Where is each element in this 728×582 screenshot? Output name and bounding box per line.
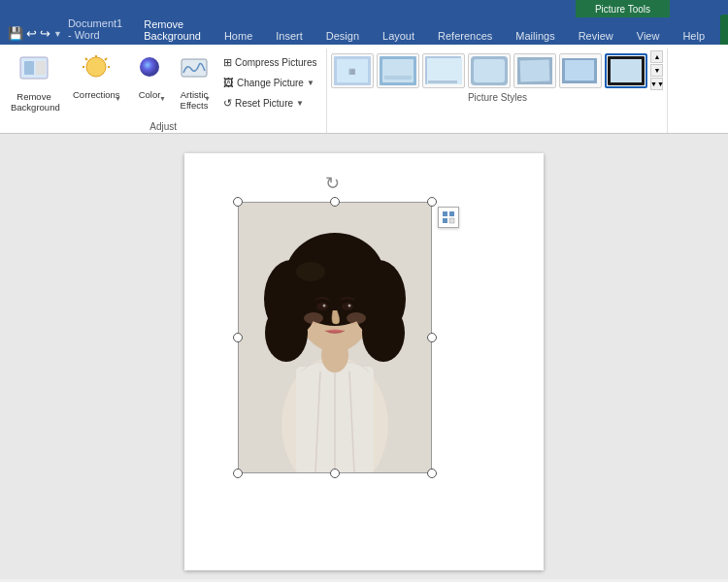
change-icon: 🖼 [223,77,234,88]
svg-point-9 [140,57,159,77]
scroll-up-button[interactable]: ▲ [650,50,663,63]
svg-rect-16 [384,76,412,80]
document-canvas: ↻ [0,134,728,579]
handle-bottom-center[interactable] [330,469,340,478]
svg-point-3 [86,57,106,77]
svg-rect-18 [427,58,462,84]
tab-references[interactable]: References [426,26,504,45]
color-arrow: ▼ [159,95,166,102]
svg-rect-25 [565,60,594,81]
handle-top-center[interactable] [330,197,340,207]
remove-bg-icon [18,55,50,89]
redo-icon[interactable]: ↪ [40,26,50,41]
artistic-effects-icon [180,55,209,87]
tab-home[interactable]: Home [213,26,264,45]
style-thumb-2[interactable] [377,53,419,88]
document-area: ↻ [0,134,728,579]
style-thumb-3[interactable] [422,53,465,88]
color-icon [135,55,164,87]
tab-help[interactable]: Help [671,26,716,45]
svg-rect-2 [36,61,46,75]
change-label: Change Picture [237,78,304,88]
svg-rect-49 [443,211,447,216]
style-thumb-7[interactable] [605,53,647,88]
svg-text:▦: ▦ [348,67,356,76]
tab-insert[interactable]: Insert [264,26,314,45]
document-title: Document1 - Word [68,17,122,45]
change-arrow: ▼ [307,79,314,87]
handle-top-left[interactable] [233,197,243,207]
compress-label: Compress Pictures [235,57,316,68]
tab-mailings[interactable]: Mailings [504,26,566,45]
compress-pictures-button[interactable]: ⊞ Compress Pictures [217,52,322,72]
tab-review[interactable]: Review [567,26,625,45]
document-page: ↻ [184,153,544,570]
tab-file[interactable]: Remove Background [132,15,213,45]
style-thumb-1[interactable]: ▦ [331,53,374,88]
tab-design[interactable]: Design [314,26,371,45]
corrections-icon [82,55,111,87]
svg-rect-19 [428,81,457,83]
svg-rect-52 [449,218,454,223]
reset-label: Reset Picture [235,98,293,109]
picture-styles-label: Picture Styles [331,90,663,106]
handle-middle-left[interactable] [233,333,243,342]
undo-icon[interactable]: ↩ [26,26,37,41]
dropdown-icon[interactable]: ▼ [53,29,62,39]
tab-view[interactable]: View [625,26,672,45]
styles-scrollbar: ▲ ▼ ▼▼ [650,50,663,90]
image-selection-border [238,202,432,473]
svg-rect-21 [474,59,505,82]
small-buttons-column: ⊞ Compress Pictures 🖼 Change Picture ▼ ↺… [217,50,322,113]
artistic-arrow: ▼ [204,95,211,102]
handle-middle-right[interactable] [427,333,437,342]
ribbon: RemoveBackground Corrections ▼ [0,45,728,134]
picture-styles-group: ▦ ▲ ▼ ▼▼ [327,48,668,133]
artistic-effects-button[interactable]: ArtisticEffects ▼ [173,50,215,116]
remove-bg-label: RemoveBackground [11,91,57,113]
svg-line-8 [85,58,87,60]
reset-arrow: ▼ [296,99,304,108]
color-button[interactable]: Color ▼ [128,50,171,116]
tab-layout[interactable]: Layout [371,26,426,45]
reset-icon: ↺ [223,97,232,110]
svg-rect-51 [443,218,447,223]
remove-background-button[interactable]: RemoveBackground [4,50,64,116]
adjust-group-label: Adjust [4,118,322,135]
corrections-label: Corrections [73,89,119,100]
handle-top-right[interactable] [427,197,437,207]
style-thumb-6[interactable] [559,53,602,88]
corrections-button[interactable]: Corrections ▼ [66,50,126,116]
adjust-group: RemoveBackground Corrections ▼ [0,48,327,133]
svg-line-5 [105,58,107,60]
tab-picture-format[interactable]: Picture Format [720,15,728,45]
rotate-handle[interactable]: ↻ [325,173,340,194]
change-picture-button[interactable]: 🖼 Change Picture ▼ [217,73,322,92]
scroll-more-button[interactable]: ▼▼ [650,78,663,90]
image-container[interactable]: ↻ [238,202,432,473]
compress-icon: ⊞ [223,56,232,69]
layout-options-button[interactable] [438,207,459,228]
handle-bottom-right[interactable] [427,469,437,478]
scroll-down-button[interactable]: ▼ [650,64,663,77]
style-thumb-4[interactable] [468,53,511,88]
svg-rect-1 [24,61,34,75]
reset-picture-button[interactable]: ↺ Reset Picture ▼ [217,93,322,113]
style-thumb-5[interactable] [513,53,556,88]
corrections-arrow: ▼ [115,95,121,102]
save-icon[interactable]: 💾 [8,26,23,41]
svg-rect-27 [611,59,642,82]
color-label: Color [139,89,161,100]
handle-bottom-left[interactable] [233,469,243,478]
svg-rect-23 [520,59,550,81]
svg-rect-50 [449,211,454,216]
